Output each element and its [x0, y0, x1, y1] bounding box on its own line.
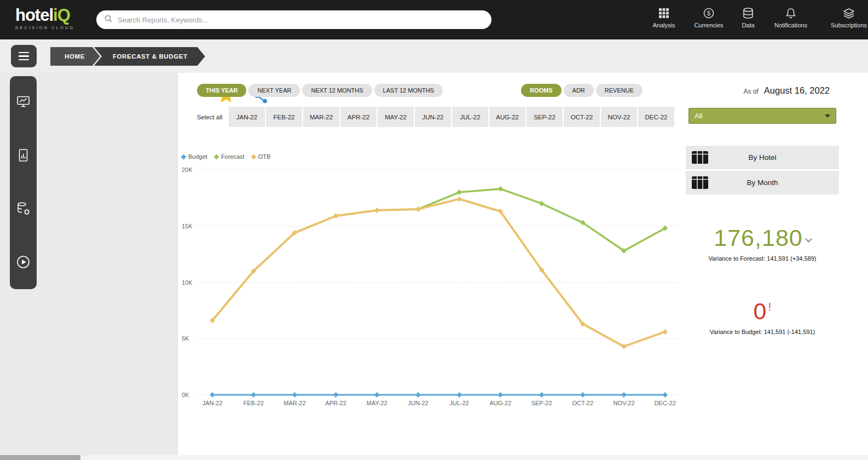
search-bar	[96, 10, 491, 29]
svg-text:DEC-22: DEC-22	[655, 400, 676, 406]
svg-text:JUL-22: JUL-22	[449, 400, 468, 406]
nav-label: Analysis	[653, 22, 675, 28]
month-button-jul-22[interactable]: JUL-22	[452, 107, 488, 127]
legend-label: Forecast	[221, 153, 245, 160]
svg-text:MAY-22: MAY-22	[367, 400, 387, 406]
legend-item-forecast[interactable]: Forecast	[215, 153, 245, 160]
svg-text:$: $	[707, 10, 711, 16]
chart-legend: BudgetForecastOTB	[182, 153, 270, 160]
grid-icon	[658, 7, 670, 19]
forecast-chart: 0K5K10K15K20KJAN-22FEB-22MAR-22APR-22MAY…	[181, 162, 684, 414]
nav-label: Subscriptions	[831, 22, 867, 28]
legend-swatch	[251, 154, 256, 159]
total-rooms-value: 176,180	[686, 225, 839, 251]
month-button-mar-22[interactable]: MAR-22	[303, 107, 339, 127]
warning-exclamation-icon: !	[768, 300, 772, 313]
variance-to-budget: Variance to Budget: 141,591 (-141,591)	[686, 329, 839, 335]
svg-text:5K: 5K	[182, 335, 189, 342]
svg-text:10K: 10K	[182, 279, 193, 286]
nav-label: Notifications	[774, 22, 807, 28]
svg-text:FEB-22: FEB-22	[244, 400, 264, 406]
period-tabs: THIS YEARNEXT YEARNEXT 12 MONTHSLAST 12 …	[197, 84, 443, 97]
period-tab-last-12-months[interactable]: LAST 12 MONTHS	[374, 84, 443, 97]
search-input[interactable]	[118, 16, 484, 24]
logo-accent: iQ	[53, 5, 70, 25]
legend-item-budget[interactable]: Budget	[182, 153, 207, 160]
period-tab-next-year[interactable]: NEXT YEAR	[248, 84, 300, 97]
variance-to-forecast: Variance to Forecast: 141,591 (+34,589)	[686, 255, 839, 262]
top-bar: hoteliQ DECISION CLOUD Analysis $ Curren…	[0, 0, 868, 39]
svg-text:0K: 0K	[182, 392, 189, 398]
svg-text:JAN-22: JAN-22	[202, 400, 223, 406]
month-button-dec-22[interactable]: DEC-22	[638, 107, 674, 127]
hoteliq-logo[interactable]: hoteliQ DECISION CLOUD	[15, 7, 74, 30]
svg-text:15K: 15K	[182, 223, 193, 229]
by-month-label: By Month	[686, 171, 839, 194]
month-button-feb-22[interactable]: FEB-22	[266, 107, 302, 127]
month-filter-row: Select allJAN-22FEB-22MAR-22APR-22MAY-22…	[192, 107, 674, 127]
dropdown-value: All	[695, 112, 702, 120]
by-month-button[interactable]: By Month	[686, 171, 839, 194]
logo-subtitle: DECISION CLOUD	[15, 26, 74, 30]
as-of-date: As of August 16, 2022	[743, 85, 830, 96]
logo-text: hotel	[15, 5, 53, 25]
svg-text:NOV-22: NOV-22	[613, 400, 634, 406]
budget-value: 0!	[686, 298, 839, 325]
tool-rail	[10, 76, 37, 289]
month-button-sep-22[interactable]: SEP-22	[526, 107, 563, 127]
month-button-aug-22[interactable]: AUG-22	[489, 107, 525, 127]
period-tab-this-year[interactable]: THIS YEAR	[197, 84, 246, 97]
app-window: hoteliQ DECISION CLOUD Analysis $ Curren…	[0, 0, 868, 460]
legend-swatch	[213, 154, 219, 159]
horizontal-scrollbar	[0, 455, 868, 460]
hotel-filter-dropdown[interactable]: All	[688, 108, 836, 124]
legend-label: Budget	[188, 153, 207, 160]
layers-icon	[843, 7, 855, 19]
nav-notifications[interactable]: Notifications	[769, 7, 813, 28]
svg-text:20K: 20K	[182, 166, 193, 173]
dashboard-chart-icon[interactable]	[10, 94, 37, 109]
select-all-button[interactable]: Select all	[192, 107, 228, 127]
svg-text:APR-22: APR-22	[325, 400, 346, 406]
breadcrumb-home[interactable]: HOME	[50, 47, 100, 66]
as-of-value: August 16, 2022	[764, 85, 830, 96]
menu-button[interactable]	[11, 45, 37, 67]
breadcrumb-bar: HOME FORECAST & BUDGET	[0, 39, 868, 73]
legend-label: OTB	[258, 153, 271, 160]
svg-text:SEP-22: SEP-22	[531, 400, 552, 406]
metric-tabs: ROOMSADRREVENUE	[521, 84, 643, 97]
chevron-down-icon	[825, 114, 830, 118]
legend-item-otb[interactable]: OTB	[252, 153, 271, 160]
share-icon	[253, 96, 269, 106]
data-settings-icon[interactable]	[10, 201, 37, 216]
coin-icon: $	[703, 7, 715, 19]
month-button-apr-22[interactable]: APR-22	[340, 107, 377, 127]
breadcrumb: HOME FORECAST & BUDGET	[50, 47, 205, 66]
month-button-nov-22[interactable]: NOV-22	[601, 107, 637, 127]
metric-tab-adr[interactable]: ADR	[564, 84, 594, 97]
svg-text:MAR-22: MAR-22	[283, 400, 305, 406]
scrollbar-thumb[interactable]	[0, 455, 80, 460]
nav-analysis[interactable]: Analysis	[642, 7, 686, 28]
total-rooms-number: 176,180	[714, 225, 802, 251]
budget-number: 0	[754, 298, 767, 324]
nav-data[interactable]: Data	[726, 7, 770, 28]
svg-text:OCT-22: OCT-22	[572, 400, 594, 406]
breadcrumb-forecast-budget[interactable]: FORECAST & BUDGET	[94, 47, 205, 66]
month-button-may-22[interactable]: MAY-22	[378, 107, 414, 127]
report-document-icon[interactable]	[10, 148, 37, 163]
period-tab-next-12-months[interactable]: NEXT 12 MONTHS	[302, 84, 372, 97]
database-icon	[742, 7, 754, 19]
nav-currencies[interactable]: $ Currencies	[687, 7, 731, 28]
chevron-down-icon[interactable]	[805, 235, 812, 243]
legend-swatch	[181, 154, 187, 159]
nav-subscriptions[interactable]: Subscriptions	[819, 7, 868, 28]
svg-text:JUN-22: JUN-22	[408, 400, 428, 406]
month-button-jun-22[interactable]: JUN-22	[415, 107, 451, 127]
metric-tab-rooms[interactable]: ROOMS	[521, 84, 562, 97]
month-button-jan-22[interactable]: JAN-22	[229, 107, 265, 127]
by-hotel-button[interactable]: By Hotel	[686, 146, 839, 169]
play-circle-icon[interactable]	[10, 255, 37, 269]
month-button-oct-22[interactable]: OCT-22	[564, 107, 600, 127]
metric-tab-revenue[interactable]: REVENUE	[596, 84, 643, 97]
